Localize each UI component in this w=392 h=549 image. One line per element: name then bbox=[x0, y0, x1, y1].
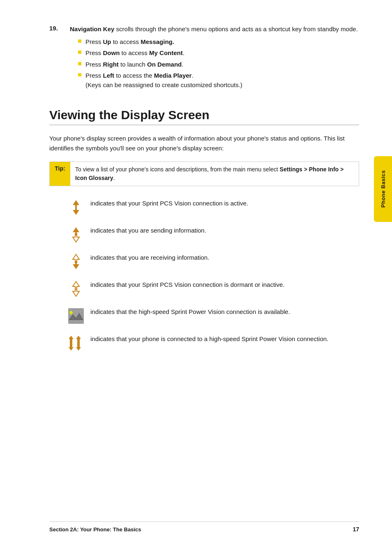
svg-marker-19 bbox=[76, 343, 81, 351]
side-tab-text: Phone Basics bbox=[380, 170, 386, 208]
section-intro: Navigation Key scrolls through the phone… bbox=[70, 25, 359, 34]
bullet-icon bbox=[78, 39, 81, 43]
icon-description: indicates that your phone is connected t… bbox=[90, 334, 359, 344]
list-item: Press Left to access the Media Player.(K… bbox=[78, 71, 359, 90]
icon-description: indicates that your Sprint PCS Vision co… bbox=[90, 280, 359, 290]
highspeed-available-icon bbox=[68, 308, 84, 324]
nav-key-title: Navigation Key bbox=[70, 25, 114, 32]
icon-text: indicates that the high-speed Sprint Pow… bbox=[90, 308, 290, 315]
icon-row-sending: indicates that you are sending informati… bbox=[62, 226, 359, 243]
svg-marker-18 bbox=[76, 336, 81, 343]
section-content: Navigation Key scrolls through the phone… bbox=[70, 25, 359, 92]
icon-description: indicates that you are sending informati… bbox=[90, 226, 359, 235]
svg-marker-16 bbox=[69, 336, 74, 343]
section-divider bbox=[49, 125, 359, 125]
section-number: 19. bbox=[49, 25, 70, 92]
bullet-icon bbox=[78, 51, 81, 54]
highspeed-connected-icon bbox=[67, 335, 85, 351]
svg-rect-8 bbox=[69, 309, 83, 323]
icon-text: indicates that you are receiving informa… bbox=[90, 254, 209, 261]
sending-icon bbox=[68, 226, 84, 243]
icon-cell bbox=[62, 334, 90, 351]
page-container: Phone Basics 19. Navigation Key scrolls … bbox=[0, 0, 392, 549]
list-item: Press Right to launch On Demand. bbox=[78, 60, 359, 69]
footer-page-number: 17 bbox=[353, 526, 359, 533]
icon-text: indicates that you are sending informati… bbox=[90, 227, 206, 234]
list-item: Press Up to access Messaging. bbox=[78, 37, 359, 47]
icon-text: indicates that your Sprint PCS Vision co… bbox=[90, 281, 284, 288]
icon-row-highspeed-connected: indicates that your phone is connected t… bbox=[62, 334, 359, 351]
icon-description: indicates that you are receiving informa… bbox=[90, 253, 359, 263]
svg-marker-5 bbox=[73, 261, 79, 269]
side-tab: Phone Basics bbox=[374, 156, 392, 222]
section-19: 19. Navigation Key scrolls through the p… bbox=[49, 25, 359, 92]
icon-cell bbox=[62, 280, 90, 297]
bullet-text: Press Left to access the Media Player.(K… bbox=[85, 71, 242, 90]
bullet-icon bbox=[78, 73, 81, 76]
tip-content-text: To view a list of your phone's icons and… bbox=[75, 166, 280, 173]
vision-active-icon bbox=[68, 199, 84, 216]
page-footer: Section 2A: Your Phone: The Basics 17 bbox=[49, 521, 359, 533]
svg-marker-17 bbox=[69, 343, 74, 351]
bullet-list: Press Up to access Messaging. Press Down… bbox=[78, 37, 359, 90]
icon-row-highspeed-available: indicates that the high-speed Sprint Pow… bbox=[62, 307, 359, 324]
icon-text: indicates that your phone is connected t… bbox=[90, 335, 328, 342]
svg-point-11 bbox=[69, 311, 73, 314]
icon-row-receiving: indicates that you are receiving informa… bbox=[62, 253, 359, 270]
bullet-icon bbox=[78, 62, 81, 65]
receiving-icon bbox=[68, 254, 84, 270]
icon-description: indicates that the high-speed Sprint Pow… bbox=[90, 307, 359, 317]
list-item: Press Down to access My Content. bbox=[78, 48, 359, 58]
footer-section-label: Section 2A: Your Phone: The Basics bbox=[49, 526, 141, 533]
icon-cell bbox=[62, 226, 90, 243]
svg-marker-1 bbox=[73, 207, 79, 215]
bullet-text: Press Right to launch On Demand. bbox=[85, 60, 183, 69]
icon-cell bbox=[62, 253, 90, 270]
icon-row-vision-active: indicates that your Sprint PCS Vision co… bbox=[62, 198, 359, 216]
viewing-heading: Viewing the Display Screen bbox=[49, 108, 359, 122]
tip-label: Tip: bbox=[50, 162, 70, 186]
section-description: Your phone's display screen provides a w… bbox=[49, 134, 359, 153]
tip-content: To view a list of your phone's icons and… bbox=[70, 162, 359, 186]
icon-text: indicates that your Sprint PCS Vision co… bbox=[90, 200, 248, 207]
tip-box: Tip: To view a list of your phone's icon… bbox=[49, 161, 359, 186]
icon-cell bbox=[62, 307, 90, 324]
nav-key-intro: scrolls through the phone's menu options… bbox=[114, 25, 357, 32]
dormant-icon bbox=[68, 281, 84, 297]
tip-content-end: . bbox=[113, 175, 115, 181]
bullet-text: Press Down to access My Content. bbox=[85, 48, 184, 58]
bullet-text: Press Up to access Messaging. bbox=[85, 37, 174, 47]
icon-row-dormant: indicates that your Sprint PCS Vision co… bbox=[62, 280, 359, 297]
icon-description: indicates that your Sprint PCS Vision co… bbox=[90, 198, 359, 208]
icon-cell bbox=[62, 198, 90, 216]
